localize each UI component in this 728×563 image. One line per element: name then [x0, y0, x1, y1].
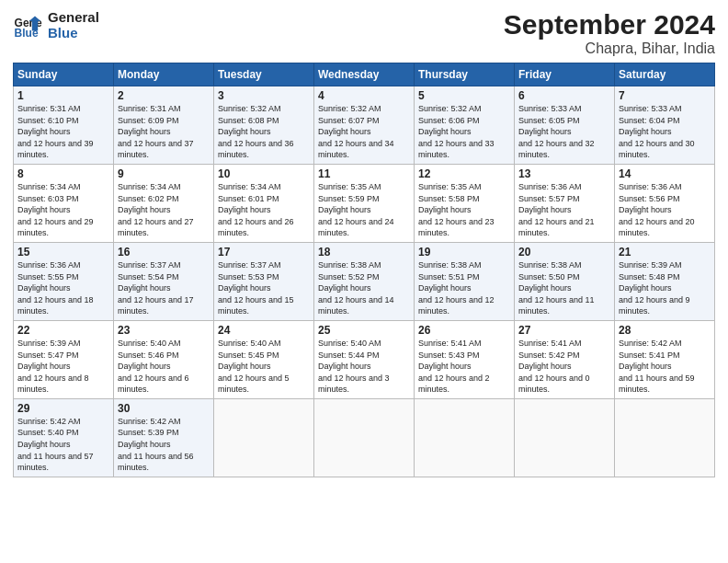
- calendar-cell: 19Sunrise: 5:38 AMSunset: 5:51 PMDayligh…: [415, 242, 515, 320]
- day-number: 23: [118, 324, 210, 337]
- day-number: 4: [318, 89, 410, 102]
- day-number: 19: [418, 246, 510, 259]
- day-number: 24: [218, 324, 310, 337]
- day-info: Sunrise: 5:42 AMSunset: 5:39 PMDaylight …: [118, 417, 194, 472]
- calendar-cell: [314, 398, 415, 477]
- day-number: 21: [619, 246, 711, 259]
- day-info: Sunrise: 5:37 AMSunset: 5:53 PMDaylight …: [218, 260, 294, 316]
- calendar-cell: 26Sunrise: 5:41 AMSunset: 5:43 PMDayligh…: [415, 320, 515, 398]
- day-info: Sunrise: 5:36 AMSunset: 5:55 PMDaylight …: [17, 260, 94, 316]
- day-info: Sunrise: 5:40 AMSunset: 5:45 PMDaylight …: [218, 339, 290, 394]
- day-number: 25: [318, 324, 410, 337]
- day-info: Sunrise: 5:40 AMSunset: 5:46 PMDaylight …: [118, 339, 189, 394]
- calendar-cell: 29Sunrise: 5:42 AMSunset: 5:40 PMDayligh…: [14, 398, 114, 477]
- calendar-cell: 23Sunrise: 5:40 AMSunset: 5:46 PMDayligh…: [114, 320, 214, 398]
- day-info: Sunrise: 5:41 AMSunset: 5:42 PMDaylight …: [518, 339, 590, 394]
- calendar-cell: 6Sunrise: 5:33 AMSunset: 6:05 PMDaylight…: [515, 86, 615, 165]
- day-number: 28: [619, 324, 711, 337]
- calendar-cell: 17Sunrise: 5:37 AMSunset: 5:53 PMDayligh…: [214, 242, 314, 320]
- day-number: 27: [518, 324, 610, 337]
- day-info: Sunrise: 5:38 AMSunset: 5:50 PMDaylight …: [518, 260, 595, 316]
- calendar-header-thursday: Thursday: [415, 63, 515, 86]
- calendar-cell: 4Sunrise: 5:32 AMSunset: 6:07 PMDaylight…: [314, 86, 415, 165]
- day-info: Sunrise: 5:36 AMSunset: 5:57 PMDaylight …: [518, 182, 595, 237]
- day-info: Sunrise: 5:42 AMSunset: 5:41 PMDaylight …: [619, 339, 695, 394]
- day-info: Sunrise: 5:31 AMSunset: 6:10 PMDaylight …: [17, 104, 94, 159]
- calendar-cell: 1Sunrise: 5:31 AMSunset: 6:10 PMDaylight…: [14, 86, 114, 165]
- day-number: 15: [17, 246, 109, 259]
- calendar-header-tuesday: Tuesday: [214, 63, 314, 86]
- calendar-week-0: 1Sunrise: 5:31 AMSunset: 6:10 PMDaylight…: [14, 86, 715, 165]
- calendar-cell: 13Sunrise: 5:36 AMSunset: 5:57 PMDayligh…: [515, 164, 615, 242]
- calendar-week-3: 22Sunrise: 5:39 AMSunset: 5:47 PMDayligh…: [14, 320, 715, 398]
- calendar-cell: 24Sunrise: 5:40 AMSunset: 5:45 PMDayligh…: [214, 320, 314, 398]
- calendar-header-saturday: Saturday: [615, 63, 715, 86]
- day-info: Sunrise: 5:32 AMSunset: 6:07 PMDaylight …: [318, 104, 394, 159]
- logo-icon: General Blue: [13, 10, 42, 40]
- logo-blue: Blue: [48, 25, 99, 40]
- calendar-cell: 5Sunrise: 5:32 AMSunset: 6:06 PMDaylight…: [415, 86, 515, 165]
- day-info: Sunrise: 5:32 AMSunset: 6:08 PMDaylight …: [218, 104, 294, 159]
- day-number: 29: [17, 402, 109, 415]
- day-number: 17: [218, 246, 310, 259]
- day-info: Sunrise: 5:40 AMSunset: 5:44 PMDaylight …: [318, 339, 390, 394]
- day-number: 8: [17, 167, 109, 180]
- calendar-cell: 7Sunrise: 5:33 AMSunset: 6:04 PMDaylight…: [615, 86, 715, 165]
- calendar-cell: 3Sunrise: 5:32 AMSunset: 6:08 PMDaylight…: [214, 86, 314, 165]
- day-number: 30: [118, 402, 210, 415]
- calendar-cell: 9Sunrise: 5:34 AMSunset: 6:02 PMDaylight…: [114, 164, 214, 242]
- calendar-cell: 18Sunrise: 5:38 AMSunset: 5:52 PMDayligh…: [314, 242, 415, 320]
- calendar-week-4: 29Sunrise: 5:42 AMSunset: 5:40 PMDayligh…: [14, 398, 715, 477]
- logo: General Blue General Blue: [13, 9, 99, 41]
- day-info: Sunrise: 5:38 AMSunset: 5:51 PMDaylight …: [418, 260, 495, 316]
- page-container: General Blue General Blue September 2024…: [0, 0, 728, 483]
- calendar-cell: 10Sunrise: 5:34 AMSunset: 6:01 PMDayligh…: [214, 164, 314, 242]
- day-number: 9: [118, 167, 210, 180]
- day-number: 22: [17, 324, 109, 337]
- calendar-cell: [515, 398, 615, 477]
- day-number: 2: [118, 89, 210, 102]
- calendar-cell: 8Sunrise: 5:34 AMSunset: 6:03 PMDaylight…: [14, 164, 114, 242]
- day-info: Sunrise: 5:34 AMSunset: 6:01 PMDaylight …: [218, 182, 294, 237]
- calendar-cell: [415, 398, 515, 477]
- day-info: Sunrise: 5:37 AMSunset: 5:54 PMDaylight …: [118, 260, 194, 316]
- day-number: 18: [318, 246, 410, 259]
- day-info: Sunrise: 5:36 AMSunset: 5:56 PMDaylight …: [619, 182, 695, 237]
- calendar-cell: 12Sunrise: 5:35 AMSunset: 5:58 PMDayligh…: [415, 164, 515, 242]
- calendar-week-1: 8Sunrise: 5:34 AMSunset: 6:03 PMDaylight…: [14, 164, 715, 242]
- day-info: Sunrise: 5:41 AMSunset: 5:43 PMDaylight …: [418, 339, 490, 394]
- day-info: Sunrise: 5:35 AMSunset: 5:58 PMDaylight …: [418, 182, 495, 237]
- day-info: Sunrise: 5:35 AMSunset: 5:59 PMDaylight …: [318, 182, 394, 237]
- day-number: 11: [318, 167, 410, 180]
- calendar-cell: 14Sunrise: 5:36 AMSunset: 5:56 PMDayligh…: [615, 164, 715, 242]
- day-number: 13: [518, 167, 610, 180]
- day-info: Sunrise: 5:42 AMSunset: 5:40 PMDaylight …: [17, 417, 94, 472]
- month-year-title: September 2024: [504, 9, 715, 40]
- calendar-cell: 22Sunrise: 5:39 AMSunset: 5:47 PMDayligh…: [14, 320, 114, 398]
- day-info: Sunrise: 5:34 AMSunset: 6:02 PMDaylight …: [118, 182, 194, 237]
- day-number: 12: [418, 167, 510, 180]
- day-info: Sunrise: 5:32 AMSunset: 6:06 PMDaylight …: [418, 104, 495, 159]
- logo-general: General: [48, 9, 99, 25]
- header: General Blue General Blue September 2024…: [13, 9, 715, 57]
- day-info: Sunrise: 5:38 AMSunset: 5:52 PMDaylight …: [318, 260, 394, 316]
- day-number: 1: [17, 89, 109, 102]
- day-number: 10: [218, 167, 310, 180]
- title-block: September 2024 Chapra, Bihar, India: [504, 9, 715, 57]
- day-number: 14: [619, 167, 711, 180]
- calendar-header-sunday: Sunday: [14, 63, 114, 86]
- calendar-header-friday: Friday: [515, 63, 615, 86]
- calendar-table: SundayMondayTuesdayWednesdayThursdayFrid…: [13, 63, 715, 477]
- calendar-cell: 15Sunrise: 5:36 AMSunset: 5:55 PMDayligh…: [14, 242, 114, 320]
- day-number: 7: [619, 89, 711, 102]
- calendar-cell: 28Sunrise: 5:42 AMSunset: 5:41 PMDayligh…: [615, 320, 715, 398]
- day-number: 20: [518, 246, 610, 259]
- calendar-header-row: SundayMondayTuesdayWednesdayThursdayFrid…: [14, 63, 715, 86]
- calendar-cell: 2Sunrise: 5:31 AMSunset: 6:09 PMDaylight…: [114, 86, 214, 165]
- calendar-cell: 11Sunrise: 5:35 AMSunset: 5:59 PMDayligh…: [314, 164, 415, 242]
- day-number: 16: [118, 246, 210, 259]
- location-subtitle: Chapra, Bihar, India: [504, 40, 715, 57]
- calendar-cell: 30Sunrise: 5:42 AMSunset: 5:39 PMDayligh…: [114, 398, 214, 477]
- calendar-cell: 16Sunrise: 5:37 AMSunset: 5:54 PMDayligh…: [114, 242, 214, 320]
- day-info: Sunrise: 5:34 AMSunset: 6:03 PMDaylight …: [17, 182, 94, 237]
